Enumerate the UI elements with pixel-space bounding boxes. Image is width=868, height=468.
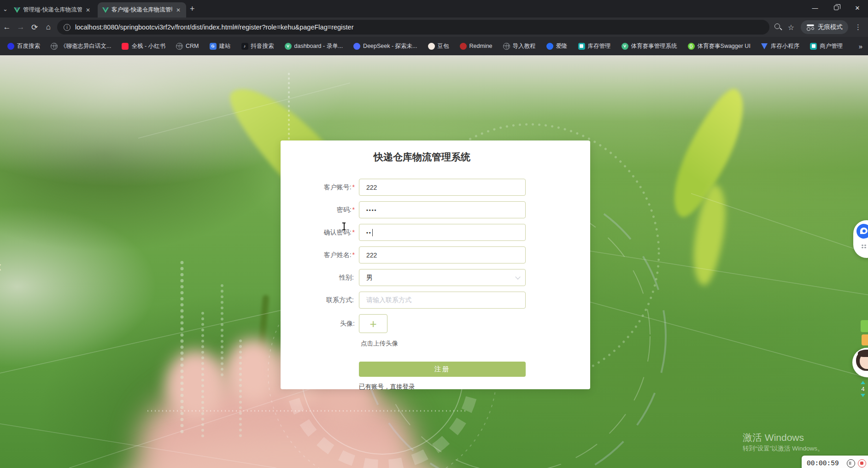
- bookmark-label: 爱隆: [556, 42, 568, 50]
- bookmark-item[interactable]: G 建站: [207, 41, 234, 52]
- bookmark-label: 建站: [219, 42, 231, 50]
- bookmark-item[interactable]: ♪ 抖音搜索: [239, 41, 277, 52]
- tab-admin[interactable]: 管理端-快递仓库物流管理系统 ✕: [9, 2, 96, 18]
- bookmark-item[interactable]: 库存小程序: [758, 41, 803, 52]
- arrow-up-icon[interactable]: [861, 379, 865, 384]
- reload-icon[interactable]: ⟳: [28, 23, 41, 32]
- url-text[interactable]: localhost:8080/springbootcvi3rf2v/front/…: [75, 23, 354, 31]
- bookmark-item[interactable]: 豆包: [425, 41, 452, 52]
- field-input[interactable]: ••••: [359, 201, 526, 218]
- navigation-bar: ← → ⟳ ⌂ i localhost:8080/springbootcvi3r…: [0, 18, 868, 37]
- finger: [166, 350, 226, 419]
- bookmark-item[interactable]: DeepSeek - 探索未...: [351, 41, 420, 52]
- avatar-upload-box[interactable]: +: [359, 314, 387, 333]
- bookmark-label: 豆包: [438, 42, 449, 50]
- bookmark-item[interactable]: Redmine: [457, 41, 495, 51]
- bookmark-item[interactable]: 导入教程: [500, 41, 539, 52]
- field-input[interactable]: 222: [359, 246, 526, 263]
- arrow-down-icon[interactable]: [861, 394, 865, 399]
- bookmark-item[interactable]: 商户管理: [807, 41, 845, 52]
- field-label: 确认密码:*: [299, 228, 357, 237]
- field-value: 男: [366, 274, 373, 282]
- tab-customer-active[interactable]: 客户端-快递仓库物流管理系统 ✕: [98, 2, 186, 18]
- forward-icon: →: [14, 23, 28, 32]
- counter-value: 4: [861, 386, 865, 392]
- bookmark-star-icon[interactable]: ☆: [788, 23, 794, 32]
- drag-handle-icon[interactable]: [861, 244, 867, 249]
- bookmark-item[interactable]: CRM: [173, 41, 201, 51]
- page-info-icon[interactable]: i: [64, 24, 70, 31]
- url-bar[interactable]: i localhost:8080/springbootcvi3rf2v/fron…: [57, 20, 769, 35]
- form-row: 密码:* ••••: [299, 201, 529, 218]
- field-input[interactable]: 男: [359, 269, 526, 286]
- avatar-row: 头像: +: [299, 314, 529, 333]
- assistant-counter: 4: [861, 379, 865, 399]
- bookmark-item[interactable]: 爱隆: [544, 41, 570, 52]
- restore-button[interactable]: [826, 5, 847, 12]
- bookmark-label: 抖音搜索: [251, 42, 274, 50]
- bookmark-label: 导入教程: [513, 42, 536, 50]
- field-label: 性别:: [299, 274, 357, 282]
- field-input[interactable]: 请输入联系方式: [359, 292, 526, 309]
- chat-bubble-icon[interactable]: [856, 224, 868, 239]
- tab-close-icon[interactable]: ✕: [175, 7, 182, 13]
- kucun-icon: [578, 43, 585, 50]
- digital-assistant-avatar[interactable]: [852, 348, 868, 377]
- bookmark-label: 库存小程序: [771, 42, 800, 50]
- bookmark-label: 体育赛事管理系统: [631, 42, 677, 50]
- upload-hint: 点击上传头像: [361, 339, 529, 348]
- minimize-button[interactable]: —: [804, 5, 826, 12]
- baidu-icon: [7, 43, 14, 50]
- field-label: 联系方式:: [299, 296, 357, 304]
- doubao-icon: [428, 43, 435, 50]
- menu-dots-icon[interactable]: ⋮: [855, 23, 862, 31]
- bookmark-item[interactable]: 全栈 - 小红书: [119, 41, 168, 52]
- bookmark-item[interactable]: V dashboard - 录单...: [282, 41, 346, 52]
- login-link[interactable]: 已有账号，直接登录: [359, 383, 415, 391]
- bookmark-item[interactable]: V 体育赛事管理系统: [619, 41, 680, 52]
- field-label: 客户姓名:*: [299, 251, 357, 259]
- bookmark-label: 《聊斋志异白话文...: [60, 42, 111, 50]
- bookmark-item[interactable]: {} 体育赛事Swagger UI: [685, 41, 753, 52]
- field-input[interactable]: 222: [359, 179, 526, 196]
- tab-search-icon[interactable]: ⌄: [3, 6, 8, 12]
- home-icon[interactable]: ⌂: [41, 23, 55, 32]
- field-value: ••: [366, 230, 372, 235]
- tab-close-icon[interactable]: ✕: [85, 7, 91, 13]
- bookmark-label: dashboard - 录单...: [294, 42, 343, 50]
- stop-icon[interactable]: [858, 459, 866, 468]
- bookmark-label: 库存管理: [588, 42, 611, 50]
- register-form: 客户账号:* 222 密码:* •••• 确认密码:* •• 客户姓名:*: [299, 179, 529, 391]
- miniprogram-icon: [761, 43, 768, 50]
- browser-window: ⌄ 管理端-快递仓库物流管理系统 ✕ 客户端-快递仓库物流管理系统 ✕ + — …: [0, 0, 868, 468]
- side-widget-orange[interactable]: [862, 334, 868, 345]
- required-asterisk: *: [352, 251, 355, 258]
- zoom-magnifier-icon[interactable]: [773, 22, 783, 32]
- required-asterisk: *: [352, 228, 355, 236]
- tab-title: 管理端-快递仓库物流管理系统: [23, 6, 82, 14]
- close-window-button[interactable]: ✕: [847, 5, 868, 12]
- xiaohongshu-icon: [122, 43, 129, 50]
- redmine-icon: [460, 43, 467, 50]
- form-row: 客户姓名:* 222: [299, 246, 529, 263]
- deepseek-icon: [353, 43, 360, 50]
- field-input[interactable]: ••: [359, 224, 526, 241]
- text-caret: [372, 229, 373, 236]
- field-value: ••••: [366, 207, 377, 213]
- bookmark-item[interactable]: 百度搜索: [5, 41, 43, 52]
- pause-icon[interactable]: [847, 459, 855, 468]
- back-icon[interactable]: ←: [0, 23, 14, 32]
- new-tab-button[interactable]: +: [190, 4, 195, 14]
- bookmark-item[interactable]: 库存管理: [575, 41, 614, 52]
- plus-icon: +: [369, 318, 376, 330]
- bookmarks-overflow-chevron[interactable]: »: [859, 42, 862, 50]
- ailong-icon: [546, 43, 553, 50]
- chat-assistant-pill[interactable]: [853, 220, 868, 258]
- register-button[interactable]: 注册: [359, 362, 526, 377]
- side-widget-green[interactable]: [861, 320, 868, 332]
- bookmark-item[interactable]: 《聊斋志异白话文...: [48, 41, 114, 52]
- vue-favicon: [14, 7, 20, 13]
- bookmarks-bar: 百度搜索 《聊斋志异白话文... 全栈 - 小红书 CRM G 建站 ♪ 抖音搜…: [0, 37, 868, 55]
- text-cursor: [342, 222, 346, 230]
- left-edge-chevron[interactable]: ‹: [0, 257, 1, 275]
